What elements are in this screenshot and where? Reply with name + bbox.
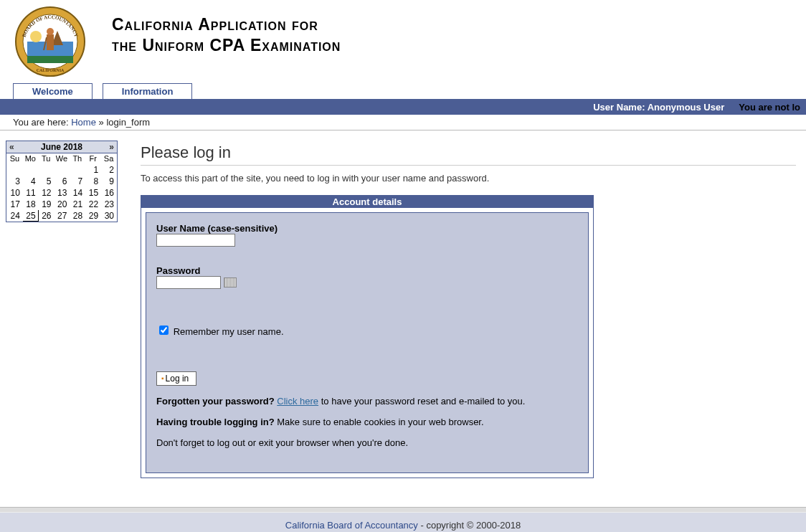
svg-rect-8 xyxy=(47,34,54,50)
username-label: User Name (case-sensitive) xyxy=(156,223,578,234)
calendar-day xyxy=(54,164,70,176)
calendar-day[interactable]: 9 xyxy=(101,176,117,187)
calendar-day[interactable]: 7 xyxy=(70,176,85,187)
calendar-grid: SuMoTuWeThFrSa 1234567891011121314151617… xyxy=(6,153,117,222)
calendar-dow: Fr xyxy=(85,153,101,164)
breadcrumb: You are here: Home » login_form xyxy=(0,115,806,130)
remember-label: Remember my user name. xyxy=(174,326,284,337)
calendar-dow: Sa xyxy=(101,153,117,164)
breadcrumb-prefix: You are here: xyxy=(13,117,69,128)
calendar-dow: Tu xyxy=(38,153,54,164)
calendar-day[interactable]: 6 xyxy=(54,176,70,187)
account-heading: Account details xyxy=(141,196,593,208)
calendar-next-button[interactable]: » xyxy=(108,142,115,152)
trouble-strong: Having trouble logging in? xyxy=(156,417,275,427)
calendar-day[interactable]: 8 xyxy=(85,176,101,187)
app-title: California Application for the Uniform C… xyxy=(86,6,341,56)
calendar-day xyxy=(38,164,54,176)
calendar-day[interactable]: 2 xyxy=(101,164,117,176)
svg-point-6 xyxy=(30,31,42,42)
calendar-day[interactable]: 18 xyxy=(22,199,38,210)
agency-seal-icon: BOARD OF ACCOUNTANCY CALIFORNIA xyxy=(14,6,86,77)
login-button[interactable]: ▪ Log in xyxy=(156,371,196,386)
calendar-day[interactable]: 23 xyxy=(101,199,117,210)
calendar-dow: Th xyxy=(70,153,85,164)
footer-link-cba[interactable]: California Board of Accountancy xyxy=(285,520,418,531)
calendar-day[interactable]: 21 xyxy=(70,199,85,210)
calendar-day[interactable]: 26 xyxy=(38,210,54,222)
username-input[interactable] xyxy=(156,234,235,247)
calendar-day xyxy=(70,164,85,176)
calendar-day xyxy=(7,164,23,176)
calendar-day[interactable]: 3 xyxy=(7,176,23,187)
remember-label-wrap[interactable]: Remember my user name. xyxy=(156,326,284,337)
calendar-day[interactable]: 25 xyxy=(22,210,38,222)
calendar-day[interactable]: 1 xyxy=(85,164,101,176)
remember-checkbox[interactable] xyxy=(159,326,169,335)
forgot-password-link[interactable]: Click here xyxy=(277,396,318,407)
footer-line1-rest: - copyright © 2000-2018 xyxy=(420,520,521,531)
breadcrumb-sep: » xyxy=(99,117,104,128)
user-label: User Name: xyxy=(593,102,645,113)
forgot-strong: Forgotten your password? xyxy=(156,396,275,407)
calendar-day[interactable]: 12 xyxy=(38,187,54,199)
trouble-rest: Make sure to enable cookies in your web … xyxy=(277,417,483,427)
intro-text: To access this part of the site, you nee… xyxy=(141,173,796,184)
logout-reminder: Don't forget to log out or exit your bro… xyxy=(156,437,578,448)
svg-text:CALIFORNIA: CALIFORNIA xyxy=(37,68,65,72)
app-title-line2: the Uniform CPA Examination xyxy=(112,35,341,56)
calendar-day[interactable]: 19 xyxy=(38,199,54,210)
calendar-day[interactable]: 4 xyxy=(22,176,38,187)
login-status-text: You are not lo xyxy=(739,102,800,113)
tab-welcome[interactable]: Welcome xyxy=(13,83,93,99)
calendar-day[interactable]: 14 xyxy=(70,187,85,199)
user-status-bar: User Name: Anonymous User You are not lo xyxy=(0,99,806,115)
virtual-keyboard-icon[interactable] xyxy=(224,277,237,288)
calendar-day[interactable]: 20 xyxy=(54,199,70,210)
calendar-title: June 2018 xyxy=(41,142,82,152)
breadcrumb-current: login_form xyxy=(106,117,150,128)
calendar-day[interactable]: 28 xyxy=(70,210,85,222)
calendar-day[interactable]: 16 xyxy=(101,187,117,199)
calendar-dow: Su xyxy=(7,153,23,164)
svg-rect-5 xyxy=(27,56,73,63)
footer: California Board of Accountancy - copyri… xyxy=(0,513,806,532)
breadcrumb-home-link[interactable]: Home xyxy=(71,117,96,128)
bullet-icon: ▪ xyxy=(161,375,164,382)
calendar-day[interactable]: 29 xyxy=(85,210,101,222)
calendar-prev-button[interactable]: « xyxy=(8,142,16,152)
page-title: Please log in xyxy=(141,143,796,166)
calendar-day[interactable]: 17 xyxy=(7,199,23,210)
password-label: Password xyxy=(156,265,578,276)
password-input[interactable] xyxy=(156,276,221,289)
calendar-day[interactable]: 27 xyxy=(54,210,70,222)
forgot-rest: to have your password reset and e-mailed… xyxy=(321,396,526,407)
calendar-day[interactable]: 11 xyxy=(22,187,38,199)
app-title-line1: California Application for xyxy=(112,14,341,35)
svg-point-9 xyxy=(47,28,54,35)
account-panel: Account details User Name (case-sensitiv… xyxy=(141,195,594,478)
calendar-dow: Mo xyxy=(22,153,38,164)
calendar-widget: « June 2018 » SuMoTuWeThFrSa 12345678910… xyxy=(6,141,118,222)
calendar-day[interactable]: 13 xyxy=(54,187,70,199)
calendar-day[interactable]: 15 xyxy=(85,187,101,199)
calendar-dow: We xyxy=(54,153,70,164)
login-button-label: Log in xyxy=(166,374,189,384)
calendar-day[interactable]: 22 xyxy=(85,199,101,210)
calendar-day[interactable]: 24 xyxy=(7,210,23,222)
calendar-day xyxy=(22,164,38,176)
tab-information[interactable]: Information xyxy=(103,83,193,99)
calendar-day[interactable]: 10 xyxy=(7,187,23,199)
user-name-value: Anonymous User xyxy=(648,102,725,113)
calendar-day[interactable]: 5 xyxy=(38,176,54,187)
calendar-day[interactable]: 30 xyxy=(101,210,117,222)
